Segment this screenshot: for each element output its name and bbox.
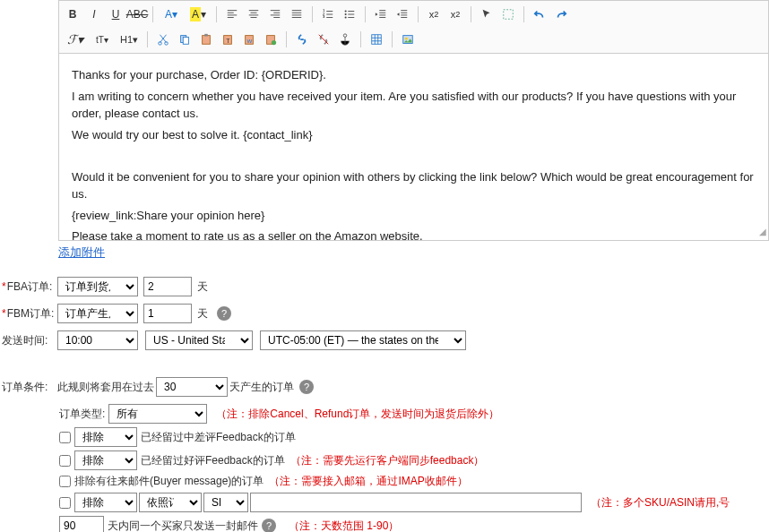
anchor-icon[interactable] — [335, 30, 355, 49]
svg-point-19 — [343, 34, 347, 38]
cond2-note: （注：需要先运行客户端同步feedback） — [290, 453, 485, 468]
sendtime-label: 发送时间: — [2, 333, 57, 348]
cond4-by-select[interactable]: 依照订单 — [139, 493, 202, 512]
editor-line: Would it be convenient for you to share … — [72, 168, 756, 203]
table-icon[interactable] — [367, 30, 386, 49]
editor-line: I am writing to concern whether you have… — [72, 88, 756, 123]
cursor-icon[interactable] — [477, 4, 497, 24]
fontcolor-icon[interactable]: A▾ — [159, 4, 184, 24]
svg-rect-11 — [203, 36, 211, 45]
svg-point-3 — [345, 10, 347, 12]
copy-icon[interactable] — [175, 30, 194, 49]
order-type-label: 订单类型: — [59, 407, 105, 422]
font-family-icon[interactable]: ℱ▾ — [63, 30, 88, 49]
svg-text:3: 3 — [323, 14, 325, 19]
fba-unit: 天 — [197, 279, 208, 295]
help-icon[interactable]: ? — [217, 306, 231, 321]
fba-days-input[interactable] — [143, 277, 192, 296]
undo-icon[interactable] — [530, 4, 549, 24]
editor-line: Thanks for your purchase, Order ID: {ORD… — [72, 66, 756, 84]
svg-point-5 — [345, 16, 347, 18]
image-icon[interactable] — [398, 30, 418, 49]
fba-trigger-select[interactable]: 订单到货后 — [57, 277, 138, 296]
cond5-note: （注：天数范围 1-90） — [289, 519, 399, 533]
paste-text-icon[interactable]: T — [218, 30, 238, 49]
order-type-note: （注：排除Cancel、Refund订单，发送时间为退货后除外） — [216, 407, 499, 422]
cond2-text: 已经留过好评Feedback的订单 — [141, 453, 285, 468]
add-attachment-link[interactable]: 添加附件 — [58, 245, 105, 259]
superscript-icon[interactable]: x2 — [424, 4, 444, 24]
cond1-select[interactable]: 排除 — [74, 427, 137, 447]
list-ul-icon[interactable] — [340, 4, 359, 24]
outdent-icon[interactable] — [371, 4, 391, 24]
underline-icon[interactable]: U — [106, 4, 125, 24]
order-type-select[interactable]: 所有 — [108, 404, 207, 424]
fbm-days-input[interactable] — [143, 304, 192, 323]
sendtime-country-select[interactable]: US - United States — [145, 330, 253, 350]
align-right-icon[interactable] — [265, 4, 285, 24]
cond2-select[interactable]: 排除 — [74, 450, 137, 470]
heading-icon[interactable]: H1▾ — [117, 30, 142, 49]
fbm-label: FBM订单: — [2, 306, 57, 322]
conditions-label: 订单条件: — [2, 380, 57, 395]
svg-rect-6 — [504, 10, 514, 20]
cond5-text: 天内同一个买家只发送一封邮件 — [108, 519, 258, 533]
cond4-sku-input[interactable] — [250, 493, 582, 512]
cond4-note: （注：多个SKU/ASIN请用,号 — [591, 495, 730, 511]
editor-line: {review_link:Share your opinion here} — [72, 207, 756, 225]
cond3-checkbox[interactable] — [59, 476, 71, 487]
align-justify-icon[interactable] — [287, 4, 307, 24]
editor-line: We would try our best to solve it. {cont… — [72, 126, 756, 144]
cond1-checkbox[interactable] — [59, 432, 71, 443]
svg-rect-10 — [183, 37, 188, 44]
indent-icon[interactable] — [393, 4, 412, 24]
sendtime-tz-select[interactable]: UTC-05:00 (ET) — the states on the Atla — [260, 330, 466, 350]
svg-point-18 — [272, 40, 276, 45]
fba-label: FBA订单: — [2, 279, 57, 295]
cond2-checkbox[interactable] — [59, 455, 71, 467]
strike-icon[interactable]: ABC — [127, 4, 147, 24]
svg-rect-20 — [372, 35, 382, 45]
email-editor[interactable]: Thanks for your purchase, Order ID: {ORD… — [58, 53, 769, 241]
bold-icon[interactable]: B — [63, 4, 82, 24]
subscript-icon[interactable]: x2 — [445, 4, 465, 24]
cond5-days-input[interactable] — [59, 516, 104, 532]
editor-line: Please take a moment to rate us as a sel… — [72, 227, 756, 241]
fbm-unit: 天 — [197, 306, 208, 322]
svg-text:W: W — [246, 38, 252, 44]
help-icon[interactable]: ? — [299, 380, 314, 394]
select-all-icon[interactable] — [498, 4, 518, 24]
list-ol-icon[interactable]: 123 — [318, 4, 338, 24]
paste-special-icon[interactable] — [261, 30, 281, 49]
svg-point-4 — [345, 13, 347, 15]
align-center-icon[interactable] — [244, 4, 264, 24]
svg-point-22 — [405, 38, 408, 40]
align-left-icon[interactable] — [222, 4, 242, 24]
link-icon[interactable] — [292, 30, 312, 49]
help-icon[interactable]: ? — [262, 519, 276, 532]
cond3-text: 排除有往来邮件(Buyer message)的订单 — [74, 474, 264, 489]
unlink-icon[interactable] — [314, 30, 333, 49]
cond4-select[interactable]: 排除 — [74, 493, 137, 512]
cond4-sku-select[interactable]: SKU — [203, 493, 248, 512]
rule-days-select[interactable]: 30 — [156, 377, 228, 397]
svg-text:T: T — [226, 38, 230, 44]
rule-suffix: 天产生的订单 — [229, 380, 294, 395]
highlight-icon[interactable]: A▾ — [186, 4, 211, 24]
paste-word-icon[interactable]: W — [239, 30, 259, 49]
font-size-icon[interactable]: tT▾ — [90, 30, 115, 49]
italic-icon[interactable]: I — [84, 4, 104, 24]
resize-handle-icon[interactable]: ◢ — [759, 225, 766, 238]
rule-prefix: 此规则将套用在过去 — [57, 380, 154, 395]
redo-icon[interactable] — [551, 4, 571, 24]
cond3-note: （注：需要接入邮箱，通过IMAP收邮件） — [269, 474, 467, 489]
svg-rect-12 — [204, 34, 208, 37]
fbm-trigger-select[interactable]: 订单产生后 — [57, 304, 138, 323]
cond4-checkbox[interactable] — [59, 497, 71, 509]
sendtime-time-select[interactable]: 10:00 — [57, 330, 138, 350]
cut-icon[interactable] — [153, 30, 173, 49]
cond1-text: 已经留过中差评Feedback的订单 — [141, 430, 296, 445]
editor-toolbar: B I U ABC A▾ A▾ 123 x2 x2 ℱ▾ tT▾ H1▾ — [58, 0, 769, 53]
paste-icon[interactable] — [196, 30, 216, 49]
